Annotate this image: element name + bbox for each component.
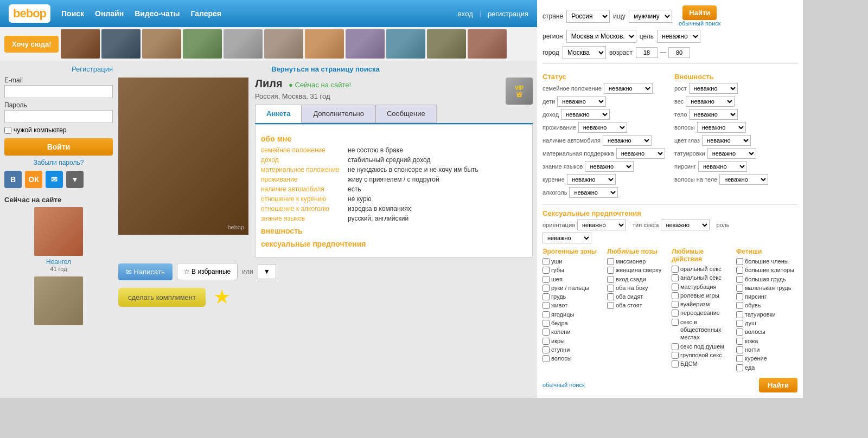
tab-message[interactable]: Сообщение [375, 105, 437, 123]
action-check-6[interactable] [672, 319, 679, 326]
strip-photo-2[interactable] [101, 29, 141, 59]
filter-height-select[interactable]: неважно [689, 83, 738, 94]
filter-car-select[interactable]: неважно [603, 135, 652, 146]
filter-material-select[interactable]: неважно [616, 148, 665, 159]
ero-check-2[interactable] [542, 276, 550, 283]
favorites-button[interactable]: ☆ В избранные [177, 263, 238, 280]
want-here-button[interactable]: Хочу сюда! [4, 36, 59, 53]
filter-body-select[interactable]: неважно [689, 109, 738, 120]
register-link[interactable]: регистрация [488, 10, 528, 18]
filter-income-select[interactable]: неважно [561, 109, 610, 120]
fetish-check-5[interactable] [736, 302, 743, 309]
filter-living-select[interactable]: неважно [578, 122, 627, 133]
fetish-check-9[interactable] [736, 338, 743, 345]
mail-icon[interactable]: ✉ [46, 171, 63, 188]
fetish-check-10[interactable] [736, 346, 743, 353]
online-user-name-1[interactable]: Неангел [46, 258, 71, 266]
fetish-check-11[interactable] [736, 355, 743, 362]
fetish-check-4[interactable] [736, 293, 743, 300]
ero-check-11[interactable] [542, 355, 550, 362]
fetish-check-7[interactable] [736, 320, 743, 327]
strip-photo-9[interactable] [386, 29, 425, 59]
write-button[interactable]: ✉ Написать [118, 263, 173, 280]
action-check-3[interactable] [672, 292, 679, 299]
action-check-1[interactable] [672, 274, 679, 281]
filter-body-hair-select[interactable]: неважно [719, 174, 768, 185]
filter-alcohol-select[interactable]: неважно [569, 187, 618, 198]
password-input[interactable] [4, 110, 113, 123]
age-from-input[interactable] [636, 47, 658, 58]
online-user-1[interactable]: Неангел 41 год [4, 207, 113, 272]
ero-check-7[interactable] [542, 320, 550, 327]
ero-check-10[interactable] [542, 346, 550, 353]
fetish-check-6[interactable] [736, 311, 743, 318]
login-link[interactable]: вход [458, 10, 473, 18]
registration-link[interactable]: Регистрация [72, 65, 113, 73]
foreign-computer-checkbox[interactable] [4, 127, 11, 134]
role-select[interactable]: неважно [542, 233, 591, 243]
compliment-button[interactable]: сделать комплимент [118, 288, 206, 307]
pose-check-0[interactable] [607, 258, 614, 265]
action-check-8[interactable] [672, 352, 679, 359]
filter-marital-select[interactable]: неважно [604, 83, 653, 94]
pose-check-3[interactable] [607, 285, 614, 292]
strip-photo-5[interactable] [224, 29, 263, 59]
strip-photo-7[interactable] [305, 29, 344, 59]
back-to-search-link[interactable]: Вернуться на страницу поиска [271, 65, 379, 73]
find-button-top[interactable]: Найти [682, 5, 717, 20]
fetish-check-0[interactable] [736, 258, 743, 265]
more-button[interactable]: ▼ [258, 264, 276, 279]
action-check-7[interactable] [672, 343, 679, 350]
fetish-check-8[interactable] [736, 328, 743, 336]
ero-check-1[interactable] [542, 267, 550, 274]
fetish-check-2[interactable] [736, 276, 743, 283]
ero-check-9[interactable] [542, 338, 550, 345]
filter-weight-select[interactable]: неважно [686, 96, 735, 107]
vk-icon[interactable]: В [4, 171, 22, 188]
login-button[interactable]: Войти [4, 138, 113, 156]
filter-tattoo-select[interactable]: неважно [707, 148, 756, 159]
normal-search-link-top[interactable]: обычный поиск [679, 20, 721, 27]
strip-photo-3[interactable] [142, 29, 181, 59]
nav-search[interactable]: Поиск [61, 9, 84, 18]
strip-photo-4[interactable] [183, 29, 222, 59]
filter-eye-color-select[interactable]: неважно [702, 135, 751, 146]
strip-photo-10[interactable] [427, 29, 466, 59]
tab-additional[interactable]: Дополнительно [302, 105, 375, 123]
nav-gallery[interactable]: Галерея [191, 9, 222, 18]
pose-check-5[interactable] [607, 302, 614, 309]
goal-select[interactable]: неважно [657, 30, 700, 43]
sex-type-select[interactable]: неважно [661, 220, 710, 230]
ero-check-5[interactable] [542, 302, 550, 309]
normal-search-link-bottom[interactable]: обычный поиск [542, 382, 585, 388]
email-input[interactable] [4, 85, 113, 98]
pose-check-1[interactable] [607, 267, 614, 274]
filter-children-select[interactable]: неважно [557, 96, 606, 107]
nav-online[interactable]: Онлайн [95, 9, 124, 18]
region-select[interactable]: Москва и Москов. [566, 30, 636, 43]
country-select[interactable]: Россия [566, 10, 610, 23]
nav-video[interactable]: Видео-чаты [135, 9, 180, 18]
fetish-check-3[interactable] [736, 285, 743, 292]
tab-anketa[interactable]: Анкета [255, 105, 302, 123]
city-select[interactable]: Москва [563, 46, 606, 59]
forgot-password-link[interactable]: Забыли пароль? [34, 159, 84, 166]
ero-check-4[interactable] [542, 293, 550, 300]
pose-check-2[interactable] [607, 276, 614, 283]
ero-check-0[interactable] [542, 258, 550, 265]
ero-check-8[interactable] [542, 328, 550, 336]
action-check-2[interactable] [672, 284, 679, 291]
fetish-check-12[interactable] [736, 364, 743, 371]
ok-icon[interactable]: ОК [25, 171, 42, 188]
filter-smoking-select[interactable]: неважно [567, 174, 616, 185]
action-check-5[interactable] [672, 310, 679, 317]
filter-hair-select[interactable]: неважно [697, 122, 746, 133]
pose-check-4[interactable] [607, 293, 614, 300]
strip-photo-6[interactable] [264, 29, 303, 59]
action-check-9[interactable] [672, 360, 679, 368]
age-to-input[interactable] [668, 47, 690, 58]
more-icon[interactable]: ▼ [66, 171, 84, 188]
filter-languages-select[interactable]: неважно [585, 161, 634, 172]
action-check-4[interactable] [672, 301, 679, 308]
ero-check-3[interactable] [542, 285, 550, 292]
